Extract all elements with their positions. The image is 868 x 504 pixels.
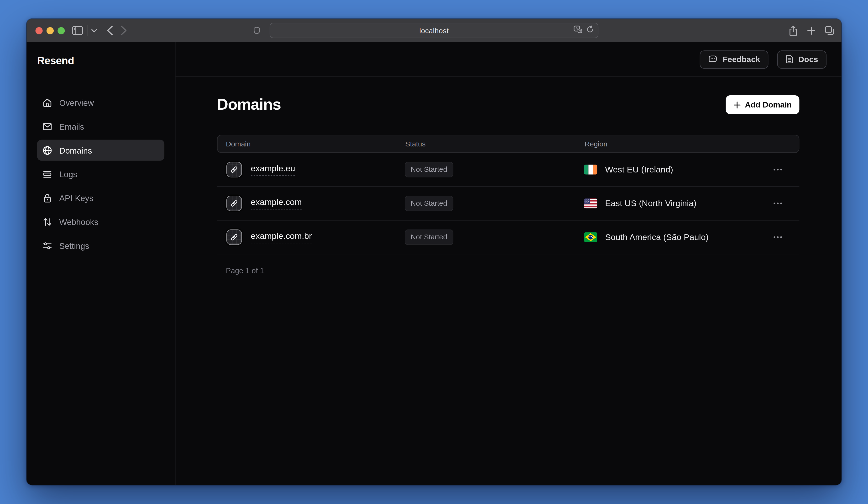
reload-icon[interactable]: [586, 26, 594, 36]
share-icon[interactable]: [789, 25, 798, 36]
tab-overview-icon[interactable]: [825, 26, 834, 35]
column-header-domain: Domain: [218, 140, 405, 148]
domain-link[interactable]: example.com: [251, 197, 302, 210]
add-domain-label: Add Domain: [745, 100, 792, 109]
domain-link[interactable]: example.com.br: [251, 231, 312, 243]
sidebar-item-label: Settings: [59, 241, 89, 250]
table-row: example.com Not Started: [217, 187, 799, 221]
region-label: South America (São Paulo): [605, 232, 709, 242]
status-badge: Not Started: [405, 230, 453, 245]
brazil-flag-icon: [584, 232, 597, 242]
docs-button[interactable]: Docs: [777, 50, 826, 69]
domain-link[interactable]: example.eu: [251, 163, 295, 175]
sidebar-item-label: Webhooks: [59, 217, 98, 226]
add-domain-button[interactable]: Add Domain: [725, 95, 799, 114]
status-badge: Not Started: [405, 162, 453, 177]
mail-icon: [43, 122, 52, 131]
lock-icon: [43, 193, 52, 203]
sidebar-item-webhooks[interactable]: Webhooks: [37, 211, 164, 232]
resend-logo: Resend: [37, 54, 164, 68]
sidebar-item-label: Logs: [59, 169, 77, 179]
status-badge: Not Started: [405, 195, 453, 211]
link-icon: [226, 162, 242, 177]
sidebar-item-overview[interactable]: Overview: [37, 92, 164, 113]
domains-page: Domains Add Domain Domain: [176, 77, 841, 275]
region-label: East US (North Virginia): [605, 199, 696, 209]
sidebar-item-emails[interactable]: Emails: [37, 116, 164, 137]
content-area: Feedback Docs: [176, 42, 841, 485]
translate-icon[interactable]: A 文: [574, 25, 582, 36]
sidebar-item-label: Domains: [59, 145, 92, 155]
feedback-label: Feedback: [723, 55, 760, 64]
globe-icon: [43, 145, 52, 155]
pagination-info: Page 1 of 1: [217, 266, 799, 275]
us-flag-icon: [584, 199, 597, 209]
browser-titlebar: localhost A 文: [27, 19, 841, 42]
docs-label: Docs: [798, 55, 818, 64]
column-header-region: Region: [585, 140, 757, 148]
domains-table: Domain Status Region: [217, 135, 799, 254]
svg-text:文: 文: [579, 29, 582, 32]
arrows-up-down-icon: [43, 217, 52, 226]
desktop-background: localhost A 文: [0, 0, 868, 504]
row-actions-button[interactable]: [770, 233, 785, 242]
sidebar-item-logs[interactable]: Logs: [37, 163, 164, 184]
content-topbar: Feedback Docs: [176, 42, 841, 77]
link-icon: [226, 195, 242, 211]
ireland-flag-icon: [584, 164, 597, 175]
sidebar-item-domains[interactable]: Domains: [37, 140, 164, 161]
row-actions-button[interactable]: [770, 199, 785, 208]
sidebar-item-api-keys[interactable]: API Keys: [37, 187, 164, 208]
home-icon: [43, 98, 52, 107]
header-column-divider: [756, 135, 756, 152]
sidebar-item-label: Overview: [59, 98, 94, 107]
sidebar-item-label: Emails: [59, 122, 84, 131]
sidebar-item-settings[interactable]: Settings: [37, 235, 164, 256]
region-label: West EU (Ireland): [605, 164, 673, 175]
table-header: Domain Status Region: [217, 135, 799, 153]
sidebar-item-label: API Keys: [59, 193, 93, 203]
plus-icon: [733, 101, 740, 108]
address-bar[interactable]: localhost A 文: [270, 23, 598, 38]
address-text: localhost: [270, 26, 598, 34]
column-header-status: Status: [405, 140, 585, 148]
new-tab-icon[interactable]: [807, 26, 816, 34]
page-title: Domains: [217, 96, 281, 113]
table-row: example.com.br Not Started: [217, 221, 799, 254]
row-actions-button[interactable]: [770, 165, 785, 174]
sliders-icon: [43, 241, 52, 250]
link-icon: [226, 230, 242, 245]
sidebar-nav: Overview Emails: [37, 92, 164, 256]
resend-app: Resend Overview: [27, 42, 841, 485]
feedback-button[interactable]: Feedback: [700, 50, 768, 69]
table-row: example.eu Not Started: [217, 153, 799, 187]
speech-bubble-icon: [709, 55, 718, 64]
browser-window: localhost A 文: [27, 19, 841, 485]
logs-icon: [43, 169, 52, 179]
document-icon: [786, 55, 793, 64]
sidebar: Resend Overview: [27, 42, 175, 485]
